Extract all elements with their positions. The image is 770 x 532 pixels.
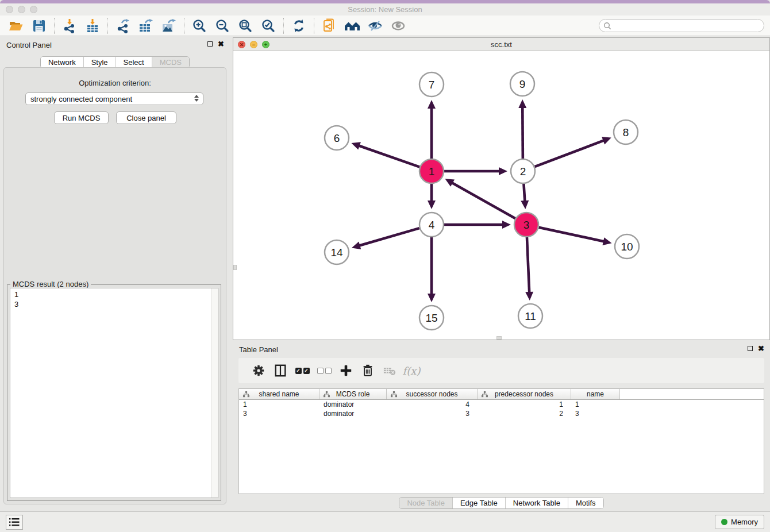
- criterion-select[interactable]: strongly connected component: [25, 92, 203, 105]
- search-icon: [603, 22, 611, 30]
- search-input[interactable]: [614, 22, 764, 30]
- node-10[interactable]: 10: [615, 234, 639, 259]
- edge-1-2[interactable]: [444, 167, 507, 175]
- zoom-in-button[interactable]: [188, 17, 211, 34]
- table-panel-float-icon[interactable]: [748, 346, 753, 351]
- export-table-button[interactable]: [134, 17, 157, 34]
- mcds-result-title: MCDS result (2 nodes): [10, 280, 91, 288]
- export-network-button[interactable]: [111, 17, 134, 34]
- table-cell[interactable]: 1: [239, 400, 319, 409]
- table-panel-tabs: Node TableEdge TableNetwork TableMotifs: [399, 497, 603, 509]
- tab-network[interactable]: Network: [41, 57, 84, 68]
- column-header-shared-name[interactable]: shared name: [239, 389, 319, 399]
- node-11[interactable]: 11: [518, 304, 542, 328]
- table-cell[interactable]: 1: [478, 400, 571, 409]
- tab-select[interactable]: Select: [116, 57, 152, 68]
- home-button[interactable]: [341, 17, 364, 34]
- edge-1-4[interactable]: [428, 184, 436, 209]
- network-canvas[interactable]: 7968124314101511: [233, 51, 769, 340]
- table-panel: Table Panel ✖ ✓✓: [233, 342, 770, 510]
- function-builder-icon: f(x): [403, 365, 421, 377]
- node-3[interactable]: 3: [514, 213, 538, 237]
- column-chooser-button[interactable]: [270, 361, 291, 380]
- edge-1-6[interactable]: [351, 142, 419, 167]
- tab-style[interactable]: Style: [84, 57, 116, 68]
- canvas-bottom-scroll-nub[interactable]: [496, 336, 502, 340]
- task-history-button[interactable]: [6, 515, 23, 530]
- node-15[interactable]: 15: [419, 306, 444, 330]
- node-6[interactable]: 6: [325, 126, 349, 150]
- node-2[interactable]: 2: [511, 159, 535, 183]
- node-4[interactable]: 4: [419, 213, 444, 237]
- memory-button[interactable]: Memory: [715, 515, 764, 529]
- clone-network-button[interactable]: [318, 17, 341, 34]
- tab-network-table[interactable]: Network Table: [506, 498, 568, 508]
- edge-4-15[interactable]: [428, 237, 436, 302]
- import-table-button[interactable]: [81, 17, 104, 34]
- table-cell[interactable]: 1: [571, 400, 620, 409]
- delete-table-button[interactable]: [379, 361, 401, 380]
- tab-mcds[interactable]: MCDS: [152, 57, 189, 68]
- close-panel-button[interactable]: Close panel: [116, 111, 176, 124]
- add-row-button[interactable]: [335, 361, 357, 380]
- table-row[interactable]: 1dominator411: [239, 400, 764, 409]
- table-cell[interactable]: 3: [387, 409, 478, 418]
- unselect-all-button[interactable]: [313, 361, 335, 380]
- node-14[interactable]: 14: [325, 240, 349, 264]
- edge-2-3[interactable]: [521, 184, 529, 209]
- tab-edge-table[interactable]: Edge Table: [453, 498, 506, 508]
- mcds-result-textarea[interactable]: 13: [10, 288, 218, 498]
- edge-3-11[interactable]: [525, 237, 533, 300]
- mcds-result-line: 1: [14, 290, 214, 299]
- hide-panels-button[interactable]: [364, 17, 387, 34]
- column-header-predecessor-nodes[interactable]: predecessor nodes: [478, 389, 571, 399]
- run-mcds-button[interactable]: Run MCDS: [54, 111, 109, 124]
- node-8[interactable]: 8: [614, 120, 638, 144]
- tab-node-table[interactable]: Node Table: [399, 498, 453, 508]
- table-cell[interactable]: dominator: [319, 409, 387, 418]
- node-7[interactable]: 7: [419, 72, 444, 97]
- save-session-button[interactable]: [28, 17, 51, 34]
- function-builder-button[interactable]: f(x): [401, 361, 422, 380]
- mcds-result-scrollbar[interactable]: [211, 288, 218, 498]
- select-all-button[interactable]: ✓✓: [291, 361, 313, 380]
- edge-3-1[interactable]: [445, 179, 515, 218]
- table-cell[interactable]: 4: [387, 400, 478, 409]
- refresh-button[interactable]: [287, 17, 310, 34]
- delete-row-button[interactable]: [357, 361, 379, 380]
- import-network-button[interactable]: [58, 17, 81, 34]
- column-header-name[interactable]: name: [571, 389, 620, 399]
- edge-3-10[interactable]: [538, 228, 611, 245]
- svg-text:8: 8: [623, 126, 629, 138]
- control-panel-header: Control Panel ✖: [0, 37, 230, 52]
- edge-2-8[interactable]: [535, 137, 611, 167]
- edge-4-3[interactable]: [444, 221, 511, 229]
- node-9[interactable]: 9: [510, 72, 534, 96]
- table-cell[interactable]: 2: [478, 409, 571, 418]
- zoom-selected-button[interactable]: [257, 17, 280, 34]
- main-toolbar: [0, 16, 770, 36]
- canvas-left-scroll-nub[interactable]: [233, 265, 237, 270]
- table-cell[interactable]: dominator: [319, 400, 387, 409]
- column-header-label: MCDS role: [336, 390, 370, 398]
- edge-1-7[interactable]: [428, 100, 436, 159]
- node-1[interactable]: 1: [419, 159, 444, 183]
- export-image-button[interactable]: [157, 17, 180, 34]
- zoom-out-button[interactable]: [211, 17, 234, 34]
- column-header-successor-nodes[interactable]: successor nodes: [387, 389, 478, 399]
- table-cell[interactable]: 3: [239, 409, 319, 418]
- column-header-mcds-role[interactable]: MCDS role: [319, 389, 387, 399]
- show-panels-button[interactable]: [387, 17, 410, 34]
- table-cell[interactable]: 3: [571, 409, 620, 418]
- control-panel-float-icon[interactable]: [207, 41, 213, 47]
- table-panel-close-icon[interactable]: ✖: [758, 344, 764, 353]
- checked-checkboxes-icon: ✓✓: [295, 368, 310, 374]
- edge-2-9[interactable]: [518, 99, 526, 159]
- table-settings-button[interactable]: [248, 361, 270, 380]
- table-row[interactable]: 3dominator323: [239, 409, 764, 418]
- edge-4-14[interactable]: [352, 228, 419, 249]
- open-file-button[interactable]: [5, 17, 28, 34]
- tab-motifs[interactable]: Motifs: [568, 498, 603, 508]
- control-panel-close-icon[interactable]: ✖: [218, 40, 224, 48]
- zoom-fit-button[interactable]: [234, 17, 257, 34]
